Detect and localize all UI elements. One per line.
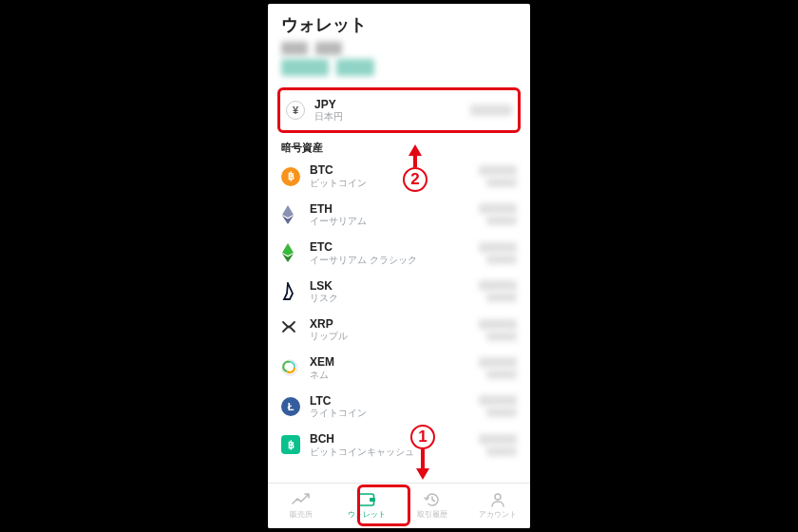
asset-name: イーサリアム [310,216,479,227]
asset-value [479,357,517,379]
total-balance [268,42,530,82]
asset-value [479,434,517,456]
asset-name: ネム [310,370,479,381]
asset-symbol: LTC [310,394,479,408]
asset-row-lsk[interactable]: LSKリスク [268,273,530,311]
asset-symbol: BTC [310,163,479,177]
wallet-icon [357,492,376,507]
svg-point-3 [495,494,501,500]
asset-name: ビットコインキャッシュ [310,446,479,458]
xem-icon [281,359,300,378]
account-icon [488,492,507,507]
asset-value [479,165,517,187]
wallet-screen: ウォレット ¥ JPY 日本円 暗号資産 ฿BTCビットコインETHイーサリアム… [268,4,530,528]
asset-symbol: ETH [310,202,479,216]
tab-label: アカウント [479,509,517,520]
asset-value [479,280,517,302]
asset-symbol: LSK [310,279,479,293]
etc-icon [281,243,300,262]
svg-rect-2 [370,498,375,502]
tab-bar: 販売所 ウォレット 取引履歴 アカウント [268,483,530,528]
tab-label: ウォレット [348,509,386,520]
asset-value [479,319,517,341]
asset-value [479,395,517,417]
asset-list: ฿BTCビットコインETHイーサリアムETCイーサリアム クラシックLSKリスク… [268,157,530,464]
asset-name: イーサリアム クラシック [310,255,479,266]
arrow-up-icon [408,144,422,156]
asset-row-etc[interactable]: ETCイーサリアム クラシック [268,234,530,272]
bch-icon: ฿ [281,435,300,454]
page-title: ウォレット [268,4,530,42]
history-icon [423,492,442,507]
asset-symbol: ETC [310,240,479,254]
callout-2: 2 [403,144,428,192]
btc-icon: ฿ [281,167,300,186]
asset-row-btc[interactable]: ฿BTCビットコイン [268,157,530,195]
callout-number: 1 [410,425,435,449]
asset-row-eth[interactable]: ETHイーサリアム [268,196,530,234]
asset-symbol: XRP [310,317,479,331]
asset-row-xem[interactable]: XEMネム [268,349,530,387]
ltc-icon: Ł [281,397,300,416]
asset-symbol: JPY [314,98,470,111]
tab-exchange[interactable]: 販売所 [268,484,333,528]
tab-history[interactable]: 取引履歴 [399,484,465,528]
lsk-icon [281,282,300,301]
asset-value [479,242,517,264]
asset-name: ビットコイン [310,178,479,189]
eth-icon [281,205,300,224]
asset-row-jpy[interactable]: ¥ JPY 日本円 [277,87,521,133]
yen-icon: ¥ [286,101,305,120]
asset-row-xrp[interactable]: XRPリップル [268,311,530,349]
tab-account[interactable]: アカウント [465,484,530,528]
asset-value [479,203,517,225]
asset-row-ltc[interactable]: ŁLTCライトコイン [268,388,530,426]
tab-wallet[interactable]: ウォレット [333,484,399,528]
section-crypto-heading: 暗号資産 [268,137,530,157]
tab-label: 販売所 [290,509,313,520]
callout-number: 2 [403,167,428,192]
arrow-down-icon [416,468,429,480]
asset-symbol: BCH [310,432,479,446]
asset-name: リップル [310,331,479,342]
asset-name: ライトコイン [310,408,479,419]
asset-name: リスク [310,293,479,304]
asset-symbol: XEM [310,355,479,369]
tab-label: 取引履歴 [417,509,447,520]
asset-row-bch[interactable]: ฿BCHビットコインキャッシュ [268,426,530,464]
chart-icon [292,492,311,507]
asset-name: 日本円 [314,111,470,123]
xrp-icon [281,320,300,339]
asset-value [470,104,512,116]
callout-1: 1 [410,425,435,480]
